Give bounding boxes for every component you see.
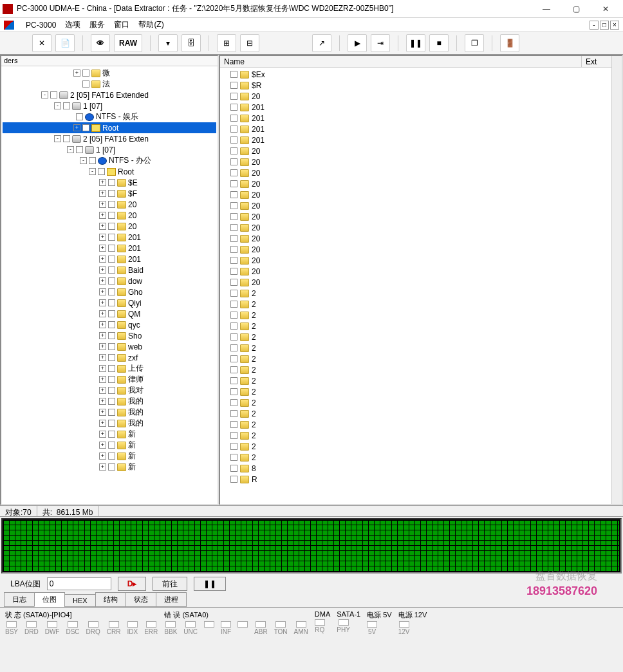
- tree-panel[interactable]: ders +微法-2 [05] FAT16 Extended-1 [07]NTF…: [0, 55, 219, 505]
- file-row[interactable]: 20: [221, 189, 620, 200]
- tree-row[interactable]: +新: [3, 462, 216, 472]
- file-row[interactable]: 20: [221, 91, 620, 102]
- lba-next-button[interactable]: D▸: [118, 577, 147, 591]
- tree-row[interactable]: +我的: [3, 396, 216, 407]
- tree-icon[interactable]: ⊞: [217, 34, 236, 52]
- report-icon[interactable]: 📄: [55, 34, 75, 52]
- file-row[interactable]: $R: [221, 80, 620, 91]
- lba-pause-button[interactable]: ❚❚: [194, 577, 226, 591]
- mdi-restore-icon[interactable]: □: [600, 21, 609, 30]
- scrollbar-v[interactable]: [611, 56, 622, 504]
- file-row[interactable]: R: [221, 474, 620, 485]
- file-row[interactable]: 20: [221, 277, 620, 288]
- tree-row[interactable]: +201: [3, 232, 216, 243]
- tree-row[interactable]: +20: [3, 210, 216, 221]
- copy-icon[interactable]: ❐: [465, 34, 484, 52]
- tab-state[interactable]: 状态: [126, 592, 156, 607]
- tree-row[interactable]: +$F: [3, 188, 216, 199]
- file-row[interactable]: 2: [221, 375, 620, 386]
- file-row[interactable]: 2: [221, 430, 620, 441]
- filter-icon[interactable]: ▾: [158, 34, 178, 52]
- file-row[interactable]: 2: [221, 321, 620, 331]
- tree-row[interactable]: +我对: [3, 385, 216, 396]
- raw-button[interactable]: RAW: [114, 34, 142, 52]
- tree-row[interactable]: -Root: [3, 166, 216, 177]
- minimize-button[interactable]: —: [532, 1, 561, 17]
- tree-row[interactable]: +Baid: [3, 265, 216, 275]
- file-row[interactable]: 2: [221, 310, 620, 321]
- maximize-button[interactable]: ▢: [561, 1, 591, 17]
- tree-row[interactable]: +我的: [3, 418, 216, 429]
- file-row[interactable]: 201: [221, 124, 620, 135]
- file-row[interactable]: 2: [221, 353, 620, 364]
- tree-row[interactable]: -2 [05] FAT16 Extended: [3, 89, 216, 100]
- tab-log[interactable]: 日志: [4, 592, 35, 607]
- tree-row[interactable]: NTFS - 娱乐: [3, 111, 216, 122]
- tab-bitmap[interactable]: 位图: [34, 592, 65, 607]
- file-row[interactable]: 201: [221, 113, 620, 124]
- tree-row[interactable]: -1 [07]: [3, 100, 216, 111]
- bitmap[interactable]: [1, 518, 622, 574]
- tree-row[interactable]: +上传: [3, 363, 216, 374]
- tree-row[interactable]: +新: [3, 429, 216, 440]
- exit-icon[interactable]: 🚪: [500, 34, 519, 52]
- file-row[interactable]: 8: [221, 463, 620, 474]
- menu-brand[interactable]: PC-3000: [26, 21, 56, 30]
- tree-row[interactable]: +新: [3, 440, 216, 451]
- file-row[interactable]: 20: [221, 222, 620, 233]
- menu-window[interactable]: 窗口: [114, 19, 129, 30]
- menu-options[interactable]: 选项: [65, 19, 80, 30]
- file-row[interactable]: 2: [221, 452, 620, 463]
- tree-row[interactable]: +web: [3, 341, 216, 352]
- file-panel[interactable]: Name Ext $Ex$R20201201201201202020202020…: [219, 55, 623, 505]
- binoculars-icon[interactable]: 👁: [91, 34, 110, 52]
- tree-row[interactable]: +201: [3, 243, 216, 254]
- mdi-close-icon[interactable]: ×: [610, 21, 619, 30]
- tree-row[interactable]: +Sho: [3, 330, 216, 341]
- tree-row[interactable]: +新: [3, 451, 216, 462]
- tab-proc[interactable]: 进程: [156, 592, 187, 607]
- file-row[interactable]: 2: [221, 299, 620, 310]
- file-row[interactable]: 20: [221, 244, 620, 255]
- tree-row[interactable]: +Gho: [3, 286, 216, 297]
- tools-icon[interactable]: ✕: [32, 34, 51, 52]
- tree-row[interactable]: 法: [3, 79, 216, 89]
- file-row[interactable]: 2: [221, 441, 620, 452]
- col-name[interactable]: Name: [220, 56, 582, 67]
- file-row[interactable]: 20: [221, 266, 620, 277]
- tree-row[interactable]: +zxf: [3, 352, 216, 363]
- play-icon[interactable]: ▶: [348, 34, 367, 52]
- file-row[interactable]: 20: [221, 145, 620, 156]
- file-row[interactable]: 201: [221, 135, 620, 145]
- file-row[interactable]: 2: [221, 397, 620, 408]
- mdi-minimize-icon[interactable]: -: [590, 21, 599, 30]
- file-row[interactable]: 2: [221, 386, 620, 397]
- tree2-icon[interactable]: ⊟: [240, 34, 259, 52]
- file-row[interactable]: 2: [221, 408, 620, 419]
- file-row[interactable]: 20: [221, 233, 620, 244]
- tree-row[interactable]: -1 [07]: [3, 144, 216, 155]
- file-row[interactable]: $Ex: [221, 69, 620, 80]
- tree-row[interactable]: +微: [3, 68, 216, 79]
- stop-icon[interactable]: ■: [429, 34, 449, 52]
- db-icon[interactable]: 🗄: [181, 34, 201, 52]
- lba-go-button[interactable]: 前往: [153, 577, 187, 591]
- file-row[interactable]: 201: [221, 102, 620, 113]
- tab-struct[interactable]: 结构: [95, 592, 126, 607]
- file-row[interactable]: 2: [221, 364, 620, 375]
- tree-row[interactable]: +$E: [3, 177, 216, 188]
- tree-row[interactable]: +律师: [3, 374, 216, 385]
- menu-help[interactable]: 帮助(Z): [138, 19, 163, 30]
- pause-icon[interactable]: ❚❚: [406, 34, 425, 52]
- file-row[interactable]: 2: [221, 331, 620, 342]
- tree-row[interactable]: -2 [05] FAT16 Exten: [3, 133, 216, 144]
- tree-row[interactable]: -NTFS - 办公: [3, 155, 216, 166]
- file-row[interactable]: 20: [221, 167, 620, 178]
- tree-row[interactable]: +Root: [3, 122, 216, 133]
- tree-row[interactable]: +20: [3, 199, 216, 210]
- tree-row[interactable]: +dow: [3, 275, 216, 286]
- file-row[interactable]: 2: [221, 419, 620, 430]
- export-icon[interactable]: ↗: [312, 34, 331, 52]
- tree-row[interactable]: +qyc: [3, 319, 216, 330]
- file-row[interactable]: 20: [221, 255, 620, 266]
